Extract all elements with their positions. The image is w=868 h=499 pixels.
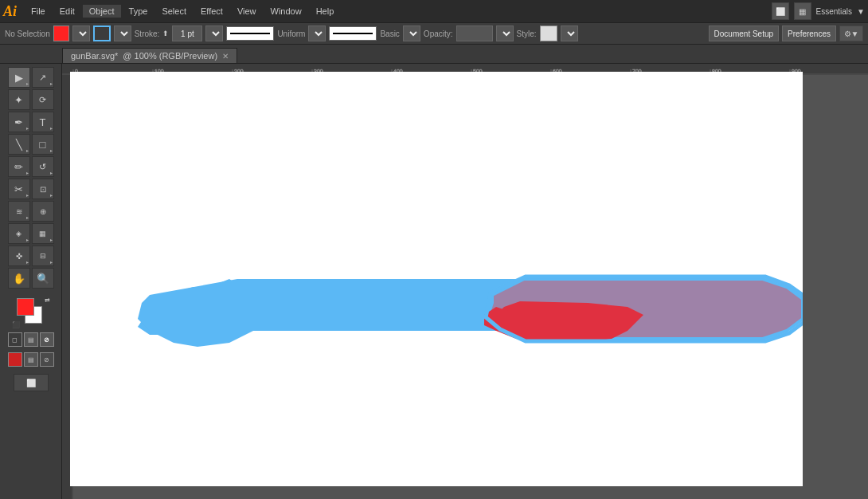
lasso-icon: ⟳ — [39, 95, 46, 105]
scale-tool[interactable]: ⊡ ▸ — [32, 179, 54, 199]
menu-help[interactable]: Help — [310, 5, 341, 18]
default-colors-icon[interactable]: ⬛ — [12, 321, 20, 328]
free-transform-icon: ⊕ — [40, 207, 46, 216]
style-dropdown[interactable]: ▼ — [561, 26, 578, 41]
rotate-tool[interactable]: ↺ ▸ — [32, 156, 54, 177]
stroke-basic-preview — [329, 26, 377, 41]
selection-label: No Selection — [5, 29, 50, 38]
stroke-style-dropdown[interactable]: ▼ — [403, 26, 420, 41]
essentials-label: Essentials — [816, 7, 853, 16]
tab-filename: gunBar.svg* — [71, 51, 118, 61]
stroke-red-swatch[interactable] — [8, 352, 22, 367]
menu-effect[interactable]: Effect — [194, 5, 229, 18]
type-icon: T — [40, 116, 46, 128]
style-swatch[interactable] — [540, 26, 557, 41]
zoom-icon: 🔍 — [37, 273, 49, 285]
pen-icon: ✒ — [14, 116, 23, 128]
app-logo: Ai — [3, 3, 17, 20]
selection-tool[interactable]: ▶ ▸ — [8, 67, 30, 88]
essentials-dropdown[interactable]: ▼ — [857, 7, 865, 16]
artboard-tool[interactable]: ✜ ▸ — [8, 246, 30, 266]
hand-tool[interactable]: ✋ — [8, 268, 30, 289]
slice-tool[interactable]: ⊟ ▸ — [32, 246, 54, 266]
pencil-tool[interactable]: ✏ ▸ — [8, 156, 30, 177]
stroke-width-input[interactable] — [172, 26, 202, 41]
doc-setup-button[interactable]: Document Setup — [709, 26, 780, 41]
stroke-type-select[interactable]: ▼ — [114, 26, 131, 41]
type-tool[interactable]: T ▸ — [32, 112, 54, 132]
color-mode-row: ◻ ▤ ⊘ — [8, 332, 54, 347]
symbol-icon: ◈ — [16, 230, 22, 238]
scissors-icon: ✂ — [14, 183, 23, 195]
opacity-label: Opacity: — [424, 29, 453, 38]
tool-row-2: ✦ ⟳ — [8, 89, 54, 110]
stroke-type-dropdown[interactable]: ▼ — [308, 26, 326, 41]
stroke-label: Stroke: — [135, 29, 160, 38]
stroke-unit-select[interactable]: ▼ — [205, 26, 223, 41]
tab-close-button[interactable]: ✕ — [222, 52, 229, 61]
lasso-tool[interactable]: ⟳ — [32, 89, 54, 110]
free-transform-tool[interactable]: ⊕ — [32, 201, 54, 222]
scissors-tool[interactable]: ✂ ▸ — [8, 179, 30, 199]
artwork-svg — [70, 72, 803, 486]
symbol-tool[interactable]: ◈ ▸ — [8, 223, 30, 244]
prefs-button[interactable]: Preferences — [782, 26, 836, 41]
line-icon: ╲ — [16, 139, 22, 151]
menu-select[interactable]: Select — [155, 5, 193, 18]
slice-icon: ⊟ — [40, 252, 46, 260]
tool-row-1: ▶ ▸ ↗ ▸ — [8, 67, 54, 88]
stroke-dark-swatch[interactable]: ▤ — [24, 352, 38, 367]
main-area: ▶ ▸ ↗ ▸ ✦ ⟳ ✒ ▸ T ▸ — [0, 64, 868, 499]
control-toolbar: No Selection ▼ ▼ Stroke: ⬆ ▼ Uniform ▼ B… — [0, 22, 868, 45]
document-tab[interactable]: gunBar.svg* @ 100% (RGB/Preview) ✕ — [62, 48, 237, 63]
extra-options[interactable]: ⚙▼ — [839, 26, 863, 41]
stroke-style-label: Basic — [380, 29, 399, 38]
menu-file[interactable]: File — [25, 5, 52, 18]
tool-bottom: ⇄ ⬛ ◻ ▤ ⊘ ▤ ⊘ ⬜ — [8, 293, 54, 391]
rectangle-icon: □ — [40, 139, 46, 151]
gradient-mode-button[interactable]: ▤ — [24, 332, 38, 347]
warp-icon: ≋ — [16, 207, 22, 216]
tool-row-10: ✋ 🔍 — [8, 268, 54, 289]
magic-wand-icon: ✦ — [14, 94, 23, 106]
none-mode-button[interactable]: ⊘ — [40, 332, 54, 347]
magic-wand-tool[interactable]: ✦ — [8, 89, 30, 110]
line-tool[interactable]: ╲ ▸ — [8, 134, 30, 155]
menu-object[interactable]: Object — [83, 5, 121, 18]
opacity-dropdown[interactable]: ▼ — [496, 26, 514, 41]
stroke-mode-row: ▤ ⊘ — [8, 352, 54, 367]
swap-colors-icon[interactable]: ⇄ — [45, 297, 50, 304]
style-label: Style: — [517, 29, 537, 38]
stroke-extra-swatch[interactable]: ⊘ — [40, 352, 54, 367]
selection-icon: ▶ — [15, 72, 23, 84]
workspace-icon[interactable]: ▦ — [794, 2, 811, 20]
color-area: ⇄ ⬛ — [12, 297, 50, 328]
stroke-up-down[interactable]: ⬆ — [162, 29, 169, 37]
rotate-icon: ↺ — [39, 162, 46, 172]
menu-edit[interactable]: Edit — [53, 5, 81, 18]
graph-icon: ▦ — [39, 230, 46, 238]
menu-view[interactable]: View — [231, 5, 263, 18]
fill-swatch[interactable] — [53, 26, 69, 41]
fill-type-select[interactable]: ▼ — [72, 26, 90, 41]
menu-bar: Ai File Edit Object Type Select Effect V… — [0, 0, 868, 22]
foreground-color-swatch[interactable] — [17, 298, 34, 316]
tool-row-7: ≋ ▸ ⊕ — [8, 201, 54, 222]
direct-selection-tool[interactable]: ↗ ▸ — [32, 67, 54, 88]
menu-window[interactable]: Window — [264, 5, 308, 18]
stroke-color-box[interactable] — [93, 26, 111, 41]
graph-tool[interactable]: ▦ ▸ — [32, 223, 54, 244]
zoom-tool[interactable]: 🔍 — [32, 268, 54, 289]
canvas-area: 0 100 200 300 400 500 600 700 80 — [62, 64, 868, 499]
menu-type[interactable]: Type — [123, 5, 154, 18]
rectangle-tool[interactable]: □ ▸ — [32, 134, 54, 155]
direct-selection-icon: ↗ — [39, 73, 46, 83]
pen-tool[interactable]: ✒ ▸ — [8, 112, 30, 132]
tool-row-4: ╲ ▸ □ ▸ — [8, 134, 54, 155]
panel-icon[interactable]: ⬜ — [772, 2, 789, 20]
opacity-input[interactable]: 100% — [456, 26, 493, 41]
warp-tool[interactable]: ≋ ▸ — [8, 201, 30, 222]
screen-mode-button[interactable]: ⬜ — [14, 374, 49, 391]
color-mode-button[interactable]: ◻ — [8, 332, 22, 347]
tool-row-9: ✜ ▸ ⊟ ▸ — [8, 246, 54, 266]
